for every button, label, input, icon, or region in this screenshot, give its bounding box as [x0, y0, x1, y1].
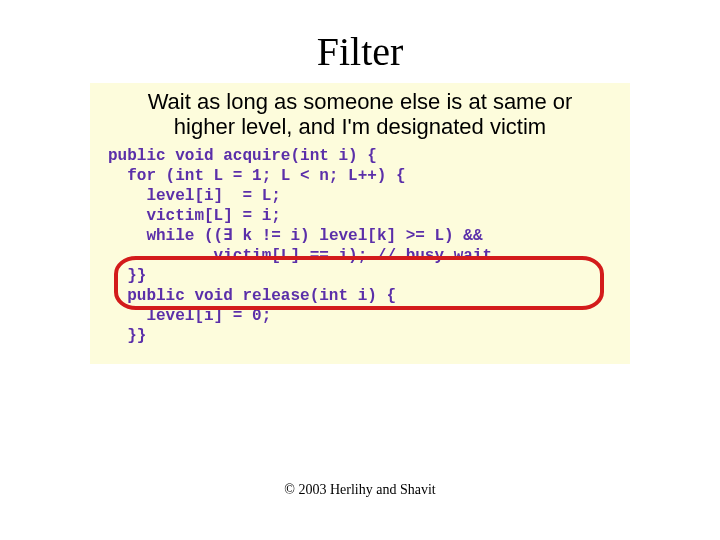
slide-title: Filter	[0, 28, 720, 75]
code-line-8: public void release(int i) {	[108, 287, 396, 305]
code-line-7: }}	[108, 267, 146, 285]
code-line-6: victim[L] == i); // busy wait	[108, 247, 492, 265]
code-line-4: victim[L] = i;	[108, 207, 281, 225]
code-line-5a: while ((	[108, 227, 223, 245]
copyright-footer: © 2003 Herlihy and Shavit	[0, 482, 720, 498]
exists-symbol: ∃	[223, 227, 233, 245]
code-line-2: for (int L = 1; L < n; L++) {	[108, 167, 406, 185]
explain-line-2: higher level, and I'm designated victim	[174, 114, 546, 139]
code-line-3: level[i] = L;	[108, 187, 281, 205]
explain-line-1: Wait as long as someone else is at same …	[148, 89, 573, 114]
explanation-text: Wait as long as someone else is at same …	[108, 89, 612, 140]
code-line-9: level[i] = 0;	[108, 307, 271, 325]
code-line-5c: k != i) level[k] >= L) &&	[233, 227, 483, 245]
code-line-1: public void acquire(int i) {	[108, 147, 377, 165]
code-listing: public void acquire(int i) { for (int L …	[108, 146, 612, 346]
code-container: Wait as long as someone else is at same …	[90, 83, 630, 364]
code-line-10: }}	[108, 327, 146, 345]
